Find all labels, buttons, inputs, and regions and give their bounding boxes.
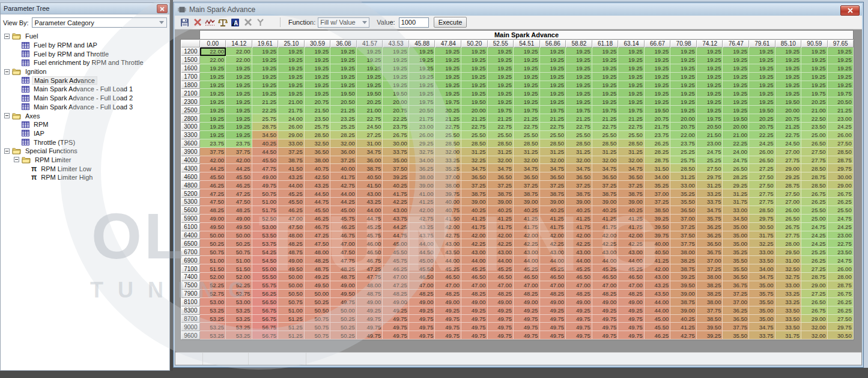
- table-cell[interactable]: 37.25: [618, 181, 645, 189]
- table-cell[interactable]: 41.75: [330, 172, 357, 181]
- table-cell[interactable]: 33.75: [749, 331, 775, 340]
- row-header[interactable]: 7500: [181, 281, 200, 290]
- table-cell[interactable]: 42.00: [645, 264, 671, 273]
- table-cell[interactable]: 34.75: [357, 148, 383, 156]
- table-cell[interactable]: 26.50: [801, 139, 828, 148]
- table-cell[interactable]: 19.25: [670, 73, 697, 81]
- table-cell[interactable]: 19.75: [540, 106, 566, 114]
- table-cell[interactable]: 40.25: [488, 206, 514, 215]
- table-cell[interactable]: 20.75: [749, 123, 775, 131]
- table-cell[interactable]: 47.50: [305, 239, 331, 248]
- table-cell[interactable]: 20.50: [828, 97, 854, 106]
- table-cell[interactable]: 48.25: [592, 290, 619, 298]
- table-cell[interactable]: 41.25: [488, 215, 514, 223]
- table-cell[interactable]: 28.25: [645, 148, 671, 156]
- table-cell[interactable]: 21.75: [645, 123, 671, 131]
- table-cell[interactable]: 49.75: [514, 331, 540, 340]
- table-cell[interactable]: 26.25: [828, 198, 854, 206]
- table-cell[interactable]: 19.25: [828, 73, 854, 81]
- table-cell[interactable]: 40.75: [305, 164, 331, 172]
- tree-item-ignition[interactable]: Ignition: [3, 67, 169, 76]
- table-cell[interactable]: 24.75: [697, 148, 723, 156]
- table-cell[interactable]: 48.25: [566, 290, 592, 298]
- table-cell[interactable]: 19.25: [670, 64, 697, 73]
- table-cell[interactable]: 37.50: [383, 164, 409, 172]
- table-cell[interactable]: 24.75: [828, 215, 854, 223]
- table-cell[interactable]: 19.75: [566, 106, 592, 114]
- table-cell[interactable]: 19.25: [252, 73, 279, 81]
- row-header[interactable]: 1200: [181, 47, 200, 56]
- table-cell[interactable]: 43.75: [409, 231, 436, 240]
- table-cell[interactable]: 52.75: [200, 290, 226, 298]
- table-cell[interactable]: 36.50: [540, 172, 566, 181]
- table-cell[interactable]: 19.25: [488, 56, 514, 64]
- table-cell[interactable]: 33.00: [749, 248, 775, 256]
- table-cell[interactable]: 42.25: [618, 239, 645, 248]
- table-cell[interactable]: 27.75: [775, 231, 802, 240]
- table-cell[interactable]: 21.00: [278, 97, 305, 106]
- table-cell[interactable]: 26.75: [801, 189, 828, 198]
- col-header[interactable]: 56.86: [540, 40, 566, 48]
- table-cell[interactable]: 19.75: [618, 106, 645, 114]
- table-cell[interactable]: 33.50: [775, 315, 802, 323]
- table-cell[interactable]: 44.50: [305, 189, 331, 198]
- table-cell[interactable]: 43.00: [618, 248, 645, 256]
- table-cell[interactable]: 19.25: [200, 114, 226, 123]
- table-cell[interactable]: 49.25: [383, 306, 409, 315]
- table-cell[interactable]: 31.75: [775, 331, 802, 340]
- table-cell[interactable]: 19.25: [226, 131, 252, 139]
- table-cell[interactable]: 44.50: [409, 248, 436, 256]
- table-cell[interactable]: 47.75: [252, 164, 279, 172]
- table-cell[interactable]: 19.75: [828, 89, 854, 97]
- table-cell[interactable]: 25.50: [592, 131, 619, 139]
- table-cell[interactable]: 25.50: [540, 131, 566, 139]
- table-cell[interactable]: 19.25: [645, 47, 671, 56]
- table-cell[interactable]: 19.25: [566, 81, 592, 90]
- table-cell[interactable]: 53.25: [200, 315, 226, 323]
- table-cell[interactable]: 19.25: [357, 47, 383, 56]
- table-cell[interactable]: 47.00: [278, 215, 305, 223]
- table-cell[interactable]: 35.00: [723, 239, 749, 248]
- tree-item-main-spark-advance-full-load-2[interactable]: Main Spark Advance - Full Load 2: [3, 94, 169, 103]
- table-cell[interactable]: 47.00: [514, 281, 540, 290]
- tree-item-throttle-tps[interactable]: Throttle (TPS): [3, 138, 169, 147]
- table-cell[interactable]: 34.50: [252, 131, 279, 139]
- table-cell[interactable]: 41.50: [435, 215, 461, 223]
- table-cell[interactable]: 42.25: [488, 239, 514, 248]
- table-cell[interactable]: 44.00: [566, 256, 592, 264]
- table-cell[interactable]: 19.25: [200, 73, 226, 81]
- table-cell[interactable]: 21.00: [357, 106, 383, 114]
- table-cell[interactable]: 19.25: [278, 73, 305, 81]
- table-cell[interactable]: 35.50: [670, 198, 697, 206]
- table-cell[interactable]: 50.00: [226, 231, 252, 240]
- table-cell[interactable]: 45.00: [330, 206, 357, 215]
- table-cell[interactable]: 49.00: [330, 281, 357, 290]
- table-cell[interactable]: 19.25: [461, 89, 488, 97]
- table-cell[interactable]: 19.25: [775, 47, 802, 56]
- tree-item-fuel-enrichment-by-rpm-and-throttle[interactable]: Fuel enrichment by RPM and Throttle: [3, 58, 169, 67]
- table-cell[interactable]: 26.50: [801, 298, 828, 306]
- table-cell[interactable]: 35.00: [749, 306, 775, 315]
- table-cell[interactable]: 50.50: [278, 290, 305, 298]
- table-cell[interactable]: 44.25: [330, 198, 357, 206]
- table-cell[interactable]: 43.25: [278, 172, 305, 181]
- table-cell[interactable]: 26.25: [801, 256, 828, 264]
- table-cell[interactable]: 35.75: [697, 215, 723, 223]
- table-cell[interactable]: 27.50: [828, 139, 854, 148]
- table-cell[interactable]: 35.50: [749, 298, 775, 306]
- table-cell[interactable]: 45.00: [409, 256, 436, 264]
- table-cell[interactable]: 35.00: [723, 223, 749, 231]
- table-cell[interactable]: 26.75: [828, 189, 854, 198]
- table-cell[interactable]: 38.75: [592, 189, 619, 198]
- table-cell[interactable]: 19.25: [670, 47, 697, 56]
- table-cell[interactable]: 28.50: [461, 139, 488, 148]
- table-cell[interactable]: 19.25: [514, 47, 540, 56]
- table-cell[interactable]: 19.25: [645, 73, 671, 81]
- table-cell[interactable]: 20.00: [383, 97, 409, 106]
- table-cell[interactable]: 43.50: [645, 290, 671, 298]
- table-cell[interactable]: 41.75: [383, 189, 409, 198]
- table-cell[interactable]: 40.25: [540, 206, 566, 215]
- table-cell[interactable]: 49.25: [592, 306, 619, 315]
- table-cell[interactable]: 40.25: [383, 181, 409, 189]
- table-cell[interactable]: 28.50: [801, 181, 828, 189]
